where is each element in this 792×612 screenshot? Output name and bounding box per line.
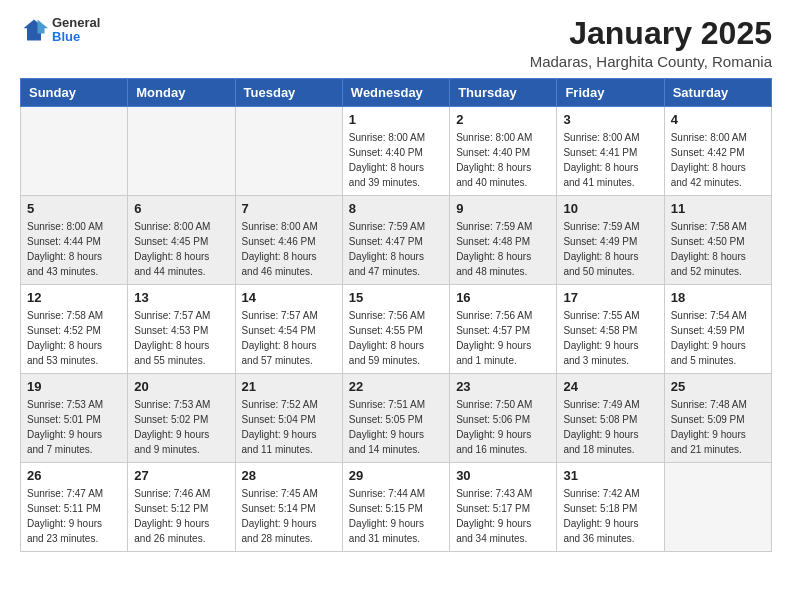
calendar-day-cell: [128, 107, 235, 196]
calendar-week-row: 19Sunrise: 7:53 AM Sunset: 5:01 PM Dayli…: [21, 374, 772, 463]
logo-general-text: General: [52, 16, 100, 30]
calendar-day-cell: 14Sunrise: 7:57 AM Sunset: 4:54 PM Dayli…: [235, 285, 342, 374]
day-info: Sunrise: 7:43 AM Sunset: 5:17 PM Dayligh…: [456, 486, 550, 546]
calendar-day-cell: 11Sunrise: 7:58 AM Sunset: 4:50 PM Dayli…: [664, 196, 771, 285]
day-info: Sunrise: 7:58 AM Sunset: 4:50 PM Dayligh…: [671, 219, 765, 279]
day-info: Sunrise: 7:56 AM Sunset: 4:57 PM Dayligh…: [456, 308, 550, 368]
day-number: 4: [671, 112, 765, 127]
calendar-day-cell: 31Sunrise: 7:42 AM Sunset: 5:18 PM Dayli…: [557, 463, 664, 552]
calendar-day-cell: 24Sunrise: 7:49 AM Sunset: 5:08 PM Dayli…: [557, 374, 664, 463]
title-block: January 2025 Madaras, Harghita County, R…: [530, 16, 772, 70]
day-number: 14: [242, 290, 336, 305]
day-number: 12: [27, 290, 121, 305]
calendar-day-cell: 23Sunrise: 7:50 AM Sunset: 5:06 PM Dayli…: [450, 374, 557, 463]
calendar-day-cell: 16Sunrise: 7:56 AM Sunset: 4:57 PM Dayli…: [450, 285, 557, 374]
day-info: Sunrise: 8:00 AM Sunset: 4:40 PM Dayligh…: [456, 130, 550, 190]
day-number: 30: [456, 468, 550, 483]
day-info: Sunrise: 7:46 AM Sunset: 5:12 PM Dayligh…: [134, 486, 228, 546]
calendar-day-cell: 19Sunrise: 7:53 AM Sunset: 5:01 PM Dayli…: [21, 374, 128, 463]
day-number: 18: [671, 290, 765, 305]
day-info: Sunrise: 7:55 AM Sunset: 4:58 PM Dayligh…: [563, 308, 657, 368]
day-number: 3: [563, 112, 657, 127]
day-number: 26: [27, 468, 121, 483]
day-info: Sunrise: 7:44 AM Sunset: 5:15 PM Dayligh…: [349, 486, 443, 546]
logo: General Blue: [20, 16, 100, 45]
day-number: 13: [134, 290, 228, 305]
day-info: Sunrise: 7:53 AM Sunset: 5:02 PM Dayligh…: [134, 397, 228, 457]
calendar-day-cell: 20Sunrise: 7:53 AM Sunset: 5:02 PM Dayli…: [128, 374, 235, 463]
day-number: 23: [456, 379, 550, 394]
calendar-day-cell: 1Sunrise: 8:00 AM Sunset: 4:40 PM Daylig…: [342, 107, 449, 196]
day-number: 8: [349, 201, 443, 216]
calendar-day-cell: 12Sunrise: 7:58 AM Sunset: 4:52 PM Dayli…: [21, 285, 128, 374]
calendar-day-cell: [664, 463, 771, 552]
weekday-header-tuesday: Tuesday: [235, 79, 342, 107]
day-info: Sunrise: 7:50 AM Sunset: 5:06 PM Dayligh…: [456, 397, 550, 457]
day-info: Sunrise: 7:49 AM Sunset: 5:08 PM Dayligh…: [563, 397, 657, 457]
day-info: Sunrise: 7:48 AM Sunset: 5:09 PM Dayligh…: [671, 397, 765, 457]
day-number: 29: [349, 468, 443, 483]
day-info: Sunrise: 8:00 AM Sunset: 4:45 PM Dayligh…: [134, 219, 228, 279]
day-info: Sunrise: 7:59 AM Sunset: 4:48 PM Dayligh…: [456, 219, 550, 279]
calendar-table: SundayMondayTuesdayWednesdayThursdayFrid…: [20, 78, 772, 552]
calendar-day-cell: 21Sunrise: 7:52 AM Sunset: 5:04 PM Dayli…: [235, 374, 342, 463]
day-number: 2: [456, 112, 550, 127]
day-info: Sunrise: 7:52 AM Sunset: 5:04 PM Dayligh…: [242, 397, 336, 457]
day-info: Sunrise: 7:57 AM Sunset: 4:54 PM Dayligh…: [242, 308, 336, 368]
calendar-day-cell: [235, 107, 342, 196]
calendar-week-row: 12Sunrise: 7:58 AM Sunset: 4:52 PM Dayli…: [21, 285, 772, 374]
day-number: 19: [27, 379, 121, 394]
day-info: Sunrise: 7:54 AM Sunset: 4:59 PM Dayligh…: [671, 308, 765, 368]
day-number: 15: [349, 290, 443, 305]
calendar-day-cell: 5Sunrise: 8:00 AM Sunset: 4:44 PM Daylig…: [21, 196, 128, 285]
calendar-day-cell: 3Sunrise: 8:00 AM Sunset: 4:41 PM Daylig…: [557, 107, 664, 196]
calendar-day-cell: 9Sunrise: 7:59 AM Sunset: 4:48 PM Daylig…: [450, 196, 557, 285]
day-info: Sunrise: 7:57 AM Sunset: 4:53 PM Dayligh…: [134, 308, 228, 368]
weekday-header-wednesday: Wednesday: [342, 79, 449, 107]
calendar-week-row: 26Sunrise: 7:47 AM Sunset: 5:11 PM Dayli…: [21, 463, 772, 552]
day-number: 17: [563, 290, 657, 305]
day-info: Sunrise: 7:53 AM Sunset: 5:01 PM Dayligh…: [27, 397, 121, 457]
day-number: 9: [456, 201, 550, 216]
weekday-header-saturday: Saturday: [664, 79, 771, 107]
day-number: 20: [134, 379, 228, 394]
calendar-week-row: 1Sunrise: 8:00 AM Sunset: 4:40 PM Daylig…: [21, 107, 772, 196]
day-info: Sunrise: 7:42 AM Sunset: 5:18 PM Dayligh…: [563, 486, 657, 546]
day-info: Sunrise: 8:00 AM Sunset: 4:44 PM Dayligh…: [27, 219, 121, 279]
calendar-day-cell: 28Sunrise: 7:45 AM Sunset: 5:14 PM Dayli…: [235, 463, 342, 552]
day-number: 7: [242, 201, 336, 216]
day-info: Sunrise: 8:00 AM Sunset: 4:42 PM Dayligh…: [671, 130, 765, 190]
day-number: 28: [242, 468, 336, 483]
calendar-day-cell: 8Sunrise: 7:59 AM Sunset: 4:47 PM Daylig…: [342, 196, 449, 285]
calendar-week-row: 5Sunrise: 8:00 AM Sunset: 4:44 PM Daylig…: [21, 196, 772, 285]
calendar-day-cell: 22Sunrise: 7:51 AM Sunset: 5:05 PM Dayli…: [342, 374, 449, 463]
day-info: Sunrise: 7:59 AM Sunset: 4:49 PM Dayligh…: [563, 219, 657, 279]
day-number: 1: [349, 112, 443, 127]
calendar-day-cell: 6Sunrise: 8:00 AM Sunset: 4:45 PM Daylig…: [128, 196, 235, 285]
calendar-day-cell: 10Sunrise: 7:59 AM Sunset: 4:49 PM Dayli…: [557, 196, 664, 285]
day-number: 27: [134, 468, 228, 483]
day-number: 6: [134, 201, 228, 216]
location-subtitle: Madaras, Harghita County, Romania: [530, 53, 772, 70]
day-number: 5: [27, 201, 121, 216]
weekday-header-row: SundayMondayTuesdayWednesdayThursdayFrid…: [21, 79, 772, 107]
day-info: Sunrise: 8:00 AM Sunset: 4:46 PM Dayligh…: [242, 219, 336, 279]
weekday-header-friday: Friday: [557, 79, 664, 107]
calendar-day-cell: 25Sunrise: 7:48 AM Sunset: 5:09 PM Dayli…: [664, 374, 771, 463]
calendar-day-cell: 27Sunrise: 7:46 AM Sunset: 5:12 PM Dayli…: [128, 463, 235, 552]
day-number: 24: [563, 379, 657, 394]
calendar-day-cell: 7Sunrise: 8:00 AM Sunset: 4:46 PM Daylig…: [235, 196, 342, 285]
day-number: 10: [563, 201, 657, 216]
calendar-day-cell: 13Sunrise: 7:57 AM Sunset: 4:53 PM Dayli…: [128, 285, 235, 374]
logo-blue-text: Blue: [52, 30, 100, 44]
logo-text: General Blue: [52, 16, 100, 45]
calendar-day-cell: 26Sunrise: 7:47 AM Sunset: 5:11 PM Dayli…: [21, 463, 128, 552]
page: General Blue January 2025 Madaras, Hargh…: [0, 0, 792, 572]
day-info: Sunrise: 7:51 AM Sunset: 5:05 PM Dayligh…: [349, 397, 443, 457]
day-number: 11: [671, 201, 765, 216]
weekday-header-monday: Monday: [128, 79, 235, 107]
calendar-day-cell: 29Sunrise: 7:44 AM Sunset: 5:15 PM Dayli…: [342, 463, 449, 552]
calendar-day-cell: 15Sunrise: 7:56 AM Sunset: 4:55 PM Dayli…: [342, 285, 449, 374]
weekday-header-sunday: Sunday: [21, 79, 128, 107]
svg-marker-1: [38, 20, 49, 34]
